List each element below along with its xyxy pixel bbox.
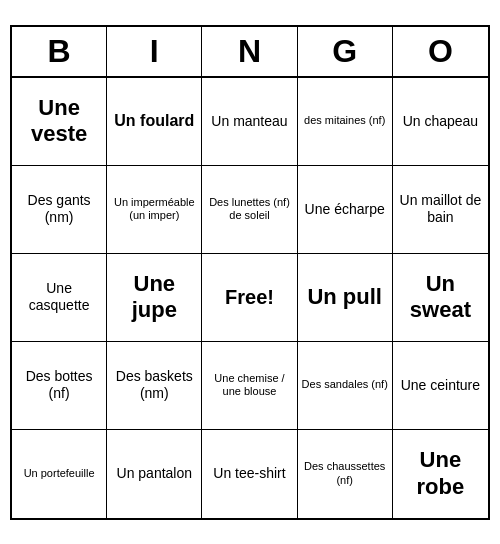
bingo-cell: Un pull	[298, 254, 393, 342]
bingo-cell: Des baskets (nm)	[107, 342, 202, 430]
bingo-cell: Une veste	[12, 78, 107, 166]
bingo-cell: Des chaussettes (nf)	[298, 430, 393, 518]
bingo-cell: Un chapeau	[393, 78, 488, 166]
bingo-cell: Un maillot de bain	[393, 166, 488, 254]
bingo-cell: Un sweat	[393, 254, 488, 342]
bingo-card: BINGO Une vesteUn foulardUn manteaudes m…	[10, 25, 490, 520]
bingo-cell: des mitaines (nf)	[298, 78, 393, 166]
header-letter: N	[202, 27, 297, 76]
bingo-cell: Une ceinture	[393, 342, 488, 430]
bingo-cell: Une robe	[393, 430, 488, 518]
bingo-header: BINGO	[12, 27, 488, 78]
bingo-grid: Une vesteUn foulardUn manteaudes mitaine…	[12, 78, 488, 518]
bingo-cell: Free!	[202, 254, 297, 342]
header-letter: O	[393, 27, 488, 76]
bingo-cell: Un tee-shirt	[202, 430, 297, 518]
bingo-cell: Un pantalon	[107, 430, 202, 518]
bingo-cell: Une casquette	[12, 254, 107, 342]
bingo-cell: Des gants (nm)	[12, 166, 107, 254]
bingo-cell: Des bottes (nf)	[12, 342, 107, 430]
bingo-cell: Une écharpe	[298, 166, 393, 254]
bingo-cell: Une chemise / une blouse	[202, 342, 297, 430]
bingo-cell: Des sandales (nf)	[298, 342, 393, 430]
header-letter: G	[298, 27, 393, 76]
bingo-cell: Une jupe	[107, 254, 202, 342]
bingo-cell: Un portefeuille	[12, 430, 107, 518]
header-letter: I	[107, 27, 202, 76]
header-letter: B	[12, 27, 107, 76]
bingo-cell: Des lunettes (nf) de soleil	[202, 166, 297, 254]
bingo-cell: Un imperméable (un imper)	[107, 166, 202, 254]
bingo-cell: Un manteau	[202, 78, 297, 166]
bingo-cell: Un foulard	[107, 78, 202, 166]
